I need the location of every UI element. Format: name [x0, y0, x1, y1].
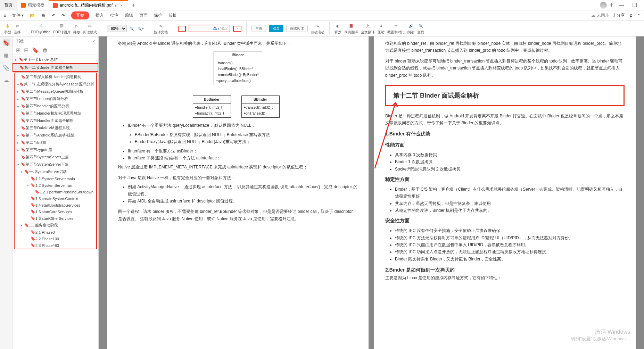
maximize-icon[interactable]: ☐ — [629, 0, 640, 10]
menu-convert[interactable]: 转换 — [168, 13, 177, 18]
tool-rotate[interactable]: ⟲旋转文档 — [154, 23, 168, 35]
outline-item[interactable]: 🔖第六节Handler面试题全解析 — [15, 117, 96, 124]
outline-item[interactable]: ▾🔖第五节SystemServer下篇 — [15, 161, 96, 168]
tab-dropdown-icon[interactable]: ▾ — [115, 3, 117, 8]
outline-item[interactable]: ▸🔖第三节zygote篇 — [15, 146, 96, 153]
outline-item[interactable]: ▸🔖第十一节Binder总结 — [13, 56, 98, 63]
tool-full-trans[interactable]: 文全文翻译 — [361, 23, 375, 35]
menu-start[interactable]: 开始 — [71, 11, 89, 19]
outline-item[interactable]: 🔖1.3 createSystemContext — [15, 195, 96, 202]
open-icon[interactable]: 📂 — [30, 13, 35, 18]
tool-dict[interactable]: 📕词典翻译 — [344, 23, 358, 35]
avatar[interactable] — [600, 2, 607, 9]
bookmark-panel-icon[interactable]: 🔖 — [3, 39, 10, 46]
outline-item[interactable]: ▸🔖第四节handler的源码分析 — [15, 102, 96, 110]
tab-home[interactable]: 首页 — [0, 0, 17, 10]
outline-item[interactable]: ▾🔖一. SystemServer启动 — [15, 168, 96, 175]
tool-background[interactable]: ◐背景 — [335, 23, 341, 35]
tool-pdf-image[interactable]: 🖼PDF转图片 — [53, 23, 71, 35]
outline-item[interactable]: 🔖1.6 startOtherServices — [15, 215, 96, 222]
tool-pdf-office[interactable]: 📄PDF转Office — [31, 23, 50, 35]
page-input[interactable]: 257/452 — [189, 25, 230, 32]
tool-select[interactable]: ▭选择 — [14, 23, 21, 35]
tab-template[interactable]: 稻壳模板 — [17, 0, 49, 10]
menu-review[interactable]: 批注 — [110, 13, 118, 18]
close-icon[interactable]: × — [119, 3, 124, 8]
menu-edit[interactable]: 编辑 — [125, 13, 133, 18]
menu-icon[interactable]: ≡ — [3, 13, 6, 18]
outline-item[interactable]: ▸🔖第一节Android系统启动-综述 — [15, 132, 96, 139]
menu-page[interactable]: 页面 — [139, 13, 148, 18]
expand-all-icon[interactable]: ⊞ — [16, 47, 20, 53]
print-icon[interactable]: 🖶 — [41, 13, 46, 18]
thumbnails-icon[interactable]: ▦ — [3, 52, 10, 59]
tool-compress[interactable]: ⬇压缩 — [378, 23, 385, 35]
section-heading: 第十二节 Binder 面试题全解析 — [385, 85, 625, 106]
annotation-arrow — [371, 99, 399, 170]
tool-play[interactable]: ▷播放 — [73, 23, 80, 35]
template-icon — [21, 3, 26, 8]
watermark: 激活 Windows 转到"设置"以激活 Windows。 — [571, 329, 630, 342]
collapse-icon[interactable]: ⌃ — [637, 13, 641, 18]
outline-item[interactable]: ▸🔖第三节Looper的源码分析 — [15, 95, 96, 102]
tab-document[interactable]: android fr...精编内核解析.pdf ▾ × — [49, 0, 128, 10]
tool-read-mode[interactable]: 📖阅读模式 — [83, 23, 97, 35]
collapse-all-icon[interactable]: ⊟ — [24, 47, 28, 53]
outline-item[interactable]: 🔖2.1 Phase0 — [15, 229, 96, 235]
tool-read-aloud[interactable]: 🔊朗读 — [407, 23, 414, 35]
pdf-page-right: 找到相应的 binder_ref，由 binder_ref 再找到目标 bind… — [374, 36, 636, 349]
zoom-select[interactable]: 90% — [107, 25, 127, 32]
sidebar-title: 书签 — [16, 38, 24, 44]
outline-item[interactable]: 🔖2.3 Phase480 — [15, 242, 96, 249]
tab-template-label: 稻壳模板 — [28, 2, 44, 8]
add-bookmark-icon[interactable]: 🔖 — [32, 47, 39, 53]
outline-item[interactable]: ▾🔖1.2 SystemServer.run — [15, 182, 96, 189]
outline-item[interactable]: 🔖1.4 startBootstrapServices — [15, 202, 96, 208]
outline-item[interactable]: 🔖2.2 Phase100 — [15, 235, 96, 242]
zoom-in-icon[interactable]: 🔍+ — [138, 27, 144, 31]
undo-icon[interactable]: ↶ — [52, 13, 55, 18]
tool-auto-scroll[interactable]: ⇅自动滚动 — [311, 23, 324, 35]
outline-item[interactable]: ▸🔖第二节Init篇 — [15, 139, 96, 146]
outline-item[interactable]: 🔖1.1 SystemServer.main — [15, 175, 96, 182]
tool-continuous[interactable]: 连续阅读 — [286, 25, 308, 32]
pdf-page-left: 务端)都是 Android 中 Binder 通信相关的代表，它们都从 IBin… — [107, 36, 369, 349]
user-name: 未 — [610, 2, 613, 8]
sidebar-close-icon[interactable]: × — [92, 39, 95, 44]
add-tab-button[interactable]: + — [128, 2, 139, 8]
outline-item[interactable]: 🔖1.5 startCoreServices — [15, 208, 96, 215]
outline-item[interactable]: 🔖1.2.1 performPendingShutdown — [15, 189, 96, 195]
tool-single[interactable]: 单页 — [251, 25, 266, 32]
settings-icon[interactable]: ⚙ — [629, 13, 633, 18]
redo-icon[interactable]: ↷ — [61, 13, 65, 18]
tool-double[interactable]: 双页 — [269, 25, 283, 32]
outline-item[interactable]: ▸🔖第二节MessageQueue的源码分析 — [15, 88, 96, 95]
sync-status[interactable]: ☁ 未同步 — [591, 13, 609, 18]
outline-item[interactable]: ▸🔖第一节 宏观理论分析与Message源码分析 — [15, 81, 96, 88]
cloud-icon[interactable]: ☁ — [3, 77, 10, 84]
menu-insert[interactable]: 插入 — [96, 13, 104, 18]
zoom-out-icon[interactable]: 🔍- — [130, 27, 135, 31]
outline-item[interactable]: ▾🔖二. 服务启动阶段 — [15, 222, 96, 229]
tool-find[interactable]: 🔍查找 — [417, 23, 424, 35]
share-button[interactable]: ⤴ 分享 — [613, 13, 625, 18]
page-next[interactable]: › — [233, 26, 241, 32]
minimize-icon[interactable]: — — [616, 0, 627, 10]
outline-item[interactable]: 🔖第三章Dalvik VM进程系统 — [15, 124, 96, 132]
delete-bookmark-icon[interactable]: 🗑 — [42, 47, 48, 53]
outline-item[interactable]: 🔖第二章深入解析Handler消息机制 — [15, 73, 96, 81]
page-prev[interactable]: ‹ — [178, 26, 186, 32]
menu-file[interactable]: 文件 ▾ — [12, 13, 24, 18]
attachment-icon[interactable]: 📎 — [3, 64, 10, 71]
outline-item[interactable]: 🔖第四节SystemServer上篇 — [15, 153, 96, 161]
outline-item[interactable]: 🔖第十二节Binder面试题全解析 — [13, 63, 98, 72]
pdf-icon — [53, 3, 58, 8]
outline-item[interactable]: 🔖第五节Handler机制实现原理总结 — [15, 110, 96, 117]
tool-hand[interactable]: ✋手型 — [4, 23, 11, 35]
tool-crop[interactable]: ✂截图和对比 — [387, 23, 405, 35]
tab-document-label: android fr...精编内核解析.pdf — [60, 2, 113, 8]
menu-protect[interactable]: 保护 — [154, 13, 162, 18]
